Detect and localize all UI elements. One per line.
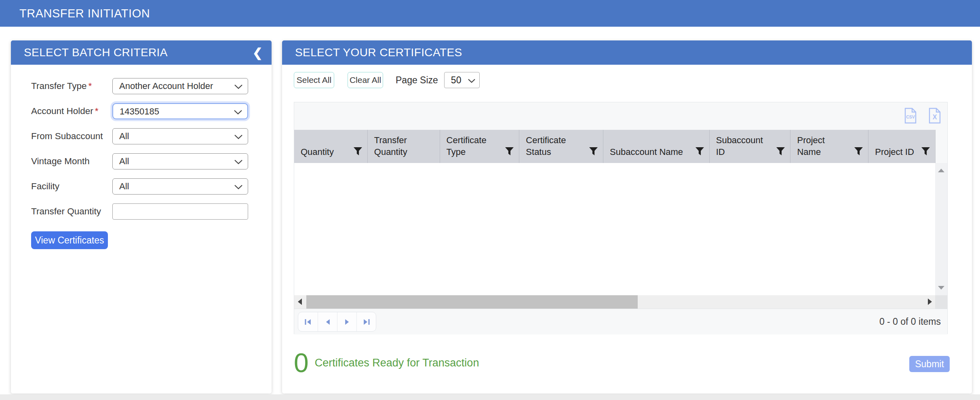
field-label: Facility <box>31 178 112 195</box>
previous-page-button[interactable] <box>318 312 337 331</box>
filter-funnel-icon[interactable] <box>921 147 930 155</box>
certificates-grid: CSV X Quantity Transfer Quantity Certifi… <box>294 102 948 334</box>
filter-funnel-icon[interactable] <box>505 147 514 155</box>
grid-body <box>294 163 947 295</box>
column-header-transfer-quantity[interactable]: Transfer Quantity <box>367 130 440 163</box>
filter-funnel-icon[interactable] <box>776 147 785 155</box>
batch-form: Transfer Type* Another Account Holder Ac… <box>31 78 248 229</box>
batch-criteria-title: SELECT BATCH CRITERIA <box>24 40 168 65</box>
transfer-type-select[interactable]: Another Account Holder <box>112 78 248 94</box>
grid-toolbar: CSV X <box>294 102 947 130</box>
field-label: From Subaccount <box>31 128 112 144</box>
scroll-left-icon[interactable] <box>298 298 302 305</box>
export-csv-icon[interactable]: CSV <box>904 107 917 126</box>
form-row: Vintage Month All <box>31 153 248 169</box>
filter-funnel-icon[interactable] <box>695 147 704 155</box>
field-label: Vintage Month <box>31 153 112 169</box>
ready-label: Certificates Ready for Transaction <box>315 357 479 369</box>
clear-all-button[interactable]: Clear All <box>348 72 383 88</box>
filter-funnel-icon[interactable] <box>854 147 863 155</box>
field-label: Account Holder* <box>31 103 112 119</box>
submit-button[interactable]: Submit <box>909 356 950 372</box>
page-size-value: 50 <box>451 72 462 88</box>
page-size-select[interactable]: 50 <box>444 72 480 88</box>
account-holder-select[interactable]: 14350185 <box>112 103 248 119</box>
grid-controls-row: Select All Clear All Page Size 50 <box>294 72 480 88</box>
form-row: Transfer Quantity <box>31 203 248 220</box>
column-header-project-name[interactable]: Project Name <box>790 130 868 163</box>
svg-text:CSV: CSV <box>906 114 915 119</box>
batch-criteria-header: SELECT BATCH CRITERIA ❮ <box>11 40 272 65</box>
horizontal-scrollbar-thumb[interactable] <box>306 295 638 309</box>
column-header-certificate-type[interactable]: Certificate Type <box>440 130 519 163</box>
export-excel-icon[interactable]: X <box>928 107 941 126</box>
scroll-right-icon[interactable] <box>928 298 932 305</box>
page-bottom-strip <box>0 394 980 400</box>
chevron-down-icon <box>234 135 242 139</box>
page-title: TRANSFER INITIATION <box>19 0 150 27</box>
next-page-button[interactable] <box>337 312 356 331</box>
vertical-scrollbar[interactable] <box>935 163 947 295</box>
pager-summary: 0 - 0 of 0 items <box>879 309 941 334</box>
chevron-down-icon <box>234 85 242 89</box>
column-header-subaccount-name[interactable]: Subaccount Name <box>603 130 709 163</box>
column-header-project-id[interactable]: Project ID <box>868 130 935 163</box>
certificates-panel: SELECT YOUR CERTIFICATES Select All Clea… <box>282 40 972 394</box>
select-all-button[interactable]: Select All <box>294 72 334 88</box>
chevron-left-icon[interactable]: ❮ <box>253 40 263 65</box>
column-header-certificate-status[interactable]: Certificate Status <box>519 130 603 163</box>
filter-funnel-icon[interactable] <box>589 147 598 155</box>
column-header-quantity[interactable]: Quantity <box>294 130 367 163</box>
field-label: Transfer Type* <box>31 78 112 94</box>
certificates-header: SELECT YOUR CERTIFICATES <box>282 40 972 65</box>
chevron-down-icon <box>234 185 242 189</box>
grid-pager: 0 - 0 of 0 items <box>294 309 947 334</box>
form-row: Account Holder* 14350185 <box>31 103 248 119</box>
grid-header-row: Quantity Transfer Quantity Certificate T… <box>294 130 947 163</box>
transfer-quantity-input[interactable] <box>112 203 248 220</box>
scroll-down-icon[interactable] <box>938 286 944 290</box>
form-row: Facility All <box>31 178 248 195</box>
chevron-down-icon <box>234 110 242 114</box>
view-certificates-button[interactable]: View Certificates <box>31 231 108 249</box>
scroll-up-icon[interactable] <box>938 169 944 172</box>
chevron-down-icon <box>468 79 475 83</box>
ready-count: 0 <box>294 349 309 376</box>
page-size-label: Page Size <box>396 75 438 86</box>
filter-funnel-icon[interactable] <box>354 147 362 155</box>
header-filler <box>935 130 947 163</box>
facility-select[interactable]: All <box>112 178 248 195</box>
column-header-subaccount-id[interactable]: Subaccount ID <box>709 130 790 163</box>
chevron-down-icon <box>234 160 242 164</box>
app-header-bar: TRANSFER INITIATION <box>0 0 980 27</box>
field-label: Transfer Quantity <box>31 203 112 220</box>
certificates-title: SELECT YOUR CERTIFICATES <box>295 40 462 65</box>
horizontal-scrollbar[interactable] <box>294 295 947 309</box>
svg-text:X: X <box>933 114 937 121</box>
scrollbar-corner <box>935 295 947 309</box>
form-row: Transfer Type* Another Account Holder <box>31 78 248 94</box>
vintage-month-select[interactable]: All <box>112 153 248 169</box>
first-page-button[interactable] <box>298 312 318 331</box>
last-page-button[interactable] <box>356 312 376 331</box>
form-row: From Subaccount All <box>31 128 248 144</box>
batch-criteria-panel: SELECT BATCH CRITERIA ❮ Transfer Type* A… <box>11 40 272 394</box>
ready-status: 0 Certificates Ready for Transaction <box>294 347 479 379</box>
from-subaccount-select[interactable]: All <box>112 128 248 144</box>
